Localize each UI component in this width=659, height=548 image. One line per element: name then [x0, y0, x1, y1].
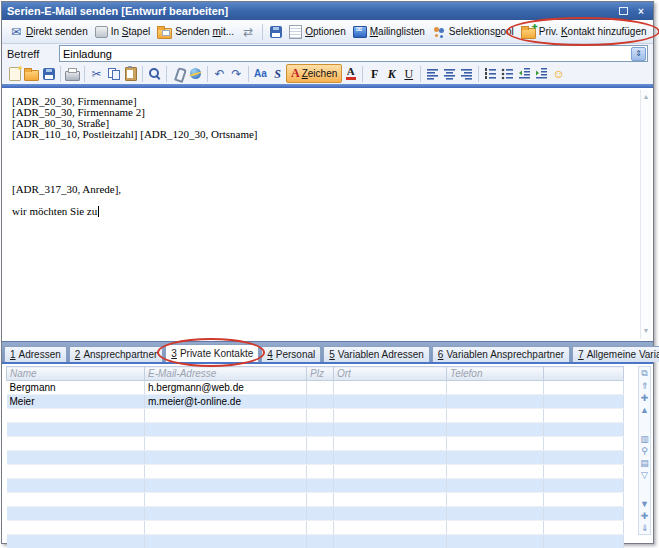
table-row[interactable]	[7, 521, 624, 535]
column-header-name[interactable]: Name	[7, 367, 145, 381]
add-private-contact-button[interactable]: Priv. Kontakt hinzufügen	[518, 22, 650, 41]
save-button[interactable]	[40, 65, 57, 82]
tab-variablen-ansprechpartner[interactable]: 6Variablen Ansprechpartner	[432, 346, 570, 362]
table-row[interactable]	[7, 479, 624, 493]
font-style-icon: S	[271, 67, 285, 81]
send-with-button[interactable]: Senden mit...	[154, 22, 237, 41]
undo-button[interactable]: ↶	[211, 65, 228, 82]
message-body[interactable]: [ADR_20_30, Firmenname][ADR_50_30, Firme…	[2, 88, 653, 341]
attach-button[interactable]	[170, 65, 187, 82]
tab-ansprechpartner[interactable]: 2Ansprechpartner	[69, 346, 164, 362]
table-cell	[334, 451, 447, 465]
open-button[interactable]	[23, 65, 40, 82]
column-header-ort[interactable]: Ort	[334, 367, 447, 381]
contact-table-panel: NameE-Mail-AdressePlzOrtTelefon Bergmann…	[2, 364, 653, 543]
tab-adressen[interactable]: 1Adressen	[4, 346, 67, 362]
move-next-button[interactable]: ▼	[640, 498, 649, 509]
table-row[interactable]	[7, 423, 624, 437]
batch-send-button[interactable]: In Stapel	[92, 24, 153, 40]
table-cell	[145, 451, 307, 465]
redo-button[interactable]: ↷	[228, 65, 245, 82]
emoticon-button[interactable]: ☺	[550, 65, 567, 82]
font-button[interactable]: Aa	[252, 65, 269, 82]
internet-button[interactable]	[187, 65, 204, 82]
numbered-list-button[interactable]	[482, 65, 499, 82]
people-icon	[432, 25, 446, 39]
table-cell	[447, 423, 544, 437]
table-cell	[447, 493, 544, 507]
mailinglists-button[interactable]: Mailinglisten	[350, 24, 428, 40]
save-button[interactable]	[267, 24, 285, 40]
table-row[interactable]: Bergmannh.bergmann@web.de	[7, 381, 624, 395]
new-message-button[interactable]	[6, 65, 23, 82]
search-button[interactable]	[146, 65, 163, 82]
body-scrollbar[interactable]: ▲ ▼	[640, 90, 651, 339]
move-last-button[interactable]: ⇓	[640, 522, 649, 533]
table-row[interactable]	[7, 451, 624, 465]
options-button[interactable]: Optionen	[286, 23, 349, 41]
character-format-button[interactable]: AZeichen	[286, 64, 342, 83]
tab-personal[interactable]: 4Personal	[261, 346, 321, 362]
message-text: [ADR_20_30, Firmenname][ADR_50_30, Firme…	[12, 96, 635, 217]
cut-button[interactable]: ✂	[88, 65, 105, 82]
table-row[interactable]	[7, 493, 624, 507]
table-cell	[544, 423, 624, 437]
insert-row-button[interactable]: ✚	[640, 392, 649, 403]
subject-input[interactable]: Einladung ⇕	[59, 45, 648, 62]
bullet-list-button[interactable]	[499, 65, 516, 82]
table-cell	[544, 507, 624, 521]
font-style-button[interactable]: S	[269, 65, 286, 82]
column-header-plz[interactable]: Plz	[307, 367, 334, 381]
restore-button[interactable]	[616, 5, 630, 18]
align-left-icon	[426, 67, 440, 81]
copy-button[interactable]	[105, 65, 122, 82]
toolbar-separator	[478, 66, 479, 82]
scroll-down-icon[interactable]: ▼	[643, 326, 650, 337]
align-right-button[interactable]	[458, 65, 475, 82]
outdent-button[interactable]	[516, 65, 533, 82]
column-header-e-mail-adresse[interactable]: E-Mail-Adresse	[145, 367, 307, 381]
column-chooser-button[interactable]: ⧉	[640, 368, 649, 379]
add-row-button[interactable]: ✚	[640, 510, 649, 521]
font-color-button[interactable]: A	[342, 65, 359, 82]
align-center-button[interactable]	[441, 65, 458, 82]
table-cell	[145, 507, 307, 521]
column-header-blank[interactable]	[544, 367, 624, 381]
table-cell	[307, 437, 334, 451]
underline-button[interactable]: U	[400, 65, 417, 82]
subject-dropdown-button[interactable]: ⇕	[631, 47, 646, 61]
scroll-up-icon[interactable]: ▲	[643, 92, 650, 103]
bold-button[interactable]: F	[366, 65, 383, 82]
tab-private-kontakte[interactable]: 3Private Kontakte	[165, 344, 259, 362]
table-row[interactable]	[7, 437, 624, 451]
column-header-telefon[interactable]: Telefon	[447, 367, 544, 381]
table-row[interactable]	[7, 535, 624, 548]
search-button[interactable]: ⚲	[640, 445, 649, 456]
italic-button[interactable]: K	[383, 65, 400, 82]
filter-button[interactable]: ▽	[640, 469, 649, 480]
table-cell	[307, 409, 334, 423]
paste-button[interactable]	[122, 65, 139, 82]
indent-button[interactable]	[533, 65, 550, 82]
layout-button[interactable]: ▤	[640, 457, 649, 468]
move-first-button[interactable]: ⇑	[640, 380, 649, 391]
table-row[interactable]	[7, 465, 624, 479]
align-center-icon	[443, 67, 457, 81]
columns-button[interactable]: ▥	[640, 433, 649, 444]
selection-pool-button[interactable]: Selektionspool	[429, 23, 517, 41]
table-row[interactable]	[7, 507, 624, 521]
copy-icon	[107, 67, 121, 81]
send-receive-button[interactable]: ⇄	[238, 23, 258, 41]
move-prev-button[interactable]: ▲	[640, 404, 649, 415]
tab-variablen-adressen[interactable]: 5Variablen Adressen	[323, 346, 430, 362]
button-label: Mailinglisten	[370, 26, 425, 37]
align-left-button[interactable]	[424, 65, 441, 82]
print-button[interactable]	[64, 65, 81, 82]
table-cell	[447, 409, 544, 423]
tab-allgemeine-variablen[interactable]: 7Allgemeine Variablen	[572, 346, 659, 362]
direct-send-button[interactable]: ✉Direkt senden	[6, 23, 91, 41]
table-row[interactable]: Meierm.meier@t-online.de	[7, 395, 624, 409]
toolbar-separator	[142, 66, 143, 82]
close-button[interactable]: ×	[634, 5, 648, 18]
table-row[interactable]	[7, 409, 624, 423]
